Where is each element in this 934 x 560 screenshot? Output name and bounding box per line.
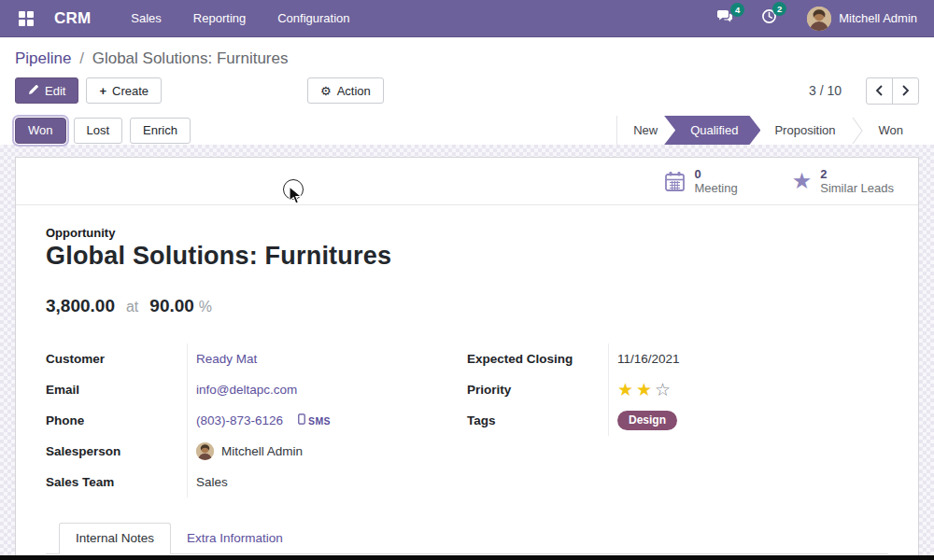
pager-counter: 3 / 10: [809, 83, 842, 98]
customer-value-link[interactable]: Ready Mat: [196, 352, 257, 366]
field-group-right: Expected Closing 11/16/2021 Priority ★ ★…: [467, 343, 888, 497]
form-view-background: 0 Meeting ★ 2 Similar Leads Opportunity …: [0, 145, 934, 560]
create-button-label: Create: [112, 84, 149, 98]
status-row: Won Lost Enrich New Qualified Propositio…: [15, 116, 919, 145]
create-button[interactable]: + Create: [86, 77, 162, 104]
action-button[interactable]: ⚙ Action: [307, 77, 384, 104]
sheet-body: Opportunity Global Solutions: Furnitures…: [16, 205, 918, 554]
pencil-icon: [28, 84, 39, 98]
action-button-label: Action: [337, 84, 371, 98]
breadcrumb-pipeline-link[interactable]: Pipeline: [15, 49, 72, 67]
won-button[interactable]: Won: [15, 118, 66, 144]
priority-stars: ★ ★ ☆: [608, 374, 888, 405]
similar-leads-count: 2: [820, 167, 894, 181]
edit-button[interactable]: Edit: [15, 77, 78, 104]
stat-button-box: 0 Meeting ★ 2 Similar Leads: [16, 158, 918, 205]
expected-closing-value: 11/16/2021: [617, 352, 680, 366]
expected-revenue-row: 3,800.00 at 90.00 %: [46, 296, 888, 316]
meeting-count: 0: [694, 167, 737, 181]
mobile-phone-icon: [298, 413, 305, 427]
expected-revenue-value: 3,800.00: [46, 296, 115, 316]
field-phone: Phone (803)-873-6126 SMS: [46, 405, 467, 436]
user-name[interactable]: Mitchell Admin: [839, 11, 917, 25]
field-expected-closing: Expected Closing 11/16/2021: [467, 343, 888, 374]
priority-star-3-empty-icon[interactable]: ☆: [655, 381, 671, 399]
sales-team-value[interactable]: Sales: [196, 475, 228, 489]
activities-button[interactable]: 2: [761, 8, 777, 28]
lost-button[interactable]: Lost: [74, 118, 123, 144]
meeting-stat-button[interactable]: 0 Meeting: [664, 167, 737, 196]
field-priority: Priority ★ ★ ☆: [467, 374, 888, 405]
breadcrumb: Pipeline / Global Solutions: Furnitures: [15, 45, 919, 73]
at-label: at: [126, 299, 138, 315]
field-salesperson: Salesperson Mitchell Admin: [46, 436, 467, 467]
stage-won[interactable]: Won: [863, 116, 920, 145]
customer-label: Customer: [46, 352, 187, 366]
window-bottom-edge: [0, 555, 934, 560]
priority-label: Priority: [467, 383, 608, 397]
menu-sales[interactable]: Sales: [115, 0, 177, 37]
tab-extra-information[interactable]: Extra Information: [171, 524, 299, 553]
stage-new[interactable]: New: [617, 116, 673, 145]
salesperson-label: Salesperson: [46, 444, 187, 458]
sales-team-label: Sales Team: [46, 475, 187, 489]
priority-star-2-filled-icon[interactable]: ★: [636, 381, 652, 399]
salesperson-value[interactable]: Mitchell Admin: [221, 444, 303, 458]
field-customer: Customer Ready Mat: [46, 343, 467, 374]
email-label: Email: [46, 383, 187, 397]
calendar-icon: [664, 171, 686, 192]
record-title: Global Solutions: Furnitures: [46, 242, 888, 271]
top-navbar: CRM Sales Reporting Configuration 4 2 Mi…: [0, 0, 934, 37]
menu-reporting[interactable]: Reporting: [177, 0, 262, 37]
phone-value-link[interactable]: (803)-873-6126: [196, 413, 283, 427]
enrich-button[interactable]: Enrich: [130, 118, 191, 144]
meeting-label: Meeting: [694, 181, 737, 195]
user-avatar[interactable]: [807, 7, 831, 31]
field-email: Email info@deltapc.com: [46, 374, 467, 405]
expected-closing-label: Expected Closing: [467, 352, 608, 366]
phone-label: Phone: [46, 413, 187, 427]
priority-star-1-filled-icon[interactable]: ★: [617, 381, 633, 399]
tag-design[interactable]: Design: [617, 411, 677, 430]
pager: 3 / 10: [809, 77, 919, 105]
notebook-tabs: Internal Notes Extra Information: [46, 523, 888, 554]
stage-qualified[interactable]: Qualified: [664, 116, 760, 145]
app-brand[interactable]: CRM: [54, 9, 91, 28]
button-row: Edit + Create ⚙ Action 3 / 10: [15, 77, 919, 104]
field-sales-team: Sales Team Sales: [46, 467, 467, 497]
stage-proposition[interactable]: Proposition: [758, 116, 851, 145]
field-tags: Tags Design: [467, 405, 888, 436]
pager-previous-button[interactable]: [866, 77, 893, 105]
messages-badge: 4: [730, 3, 744, 17]
percent-sign: %: [199, 299, 212, 315]
record-type-label: Opportunity: [46, 226, 888, 240]
stage-separator-chevron: [852, 116, 863, 145]
field-grid: Customer Ready Mat Email info@deltapc.co…: [46, 343, 888, 497]
tab-internal-notes[interactable]: Internal Notes: [59, 523, 171, 554]
messages-button[interactable]: 4: [716, 9, 735, 28]
activities-badge: 2: [772, 2, 786, 16]
gear-icon: ⚙: [320, 85, 332, 97]
salesperson-avatar: [196, 442, 214, 460]
similar-leads-stat-button[interactable]: ★ 2 Similar Leads: [792, 167, 894, 196]
breadcrumb-separator: /: [79, 49, 84, 67]
tags-label: Tags: [467, 413, 608, 427]
menu-configuration[interactable]: Configuration: [262, 0, 365, 37]
plus-icon: +: [99, 84, 106, 98]
apps-menu-icon[interactable]: [19, 11, 34, 26]
star-icon: ★: [792, 170, 813, 192]
sms-label: SMS: [308, 415, 331, 427]
stage-statusbar: New Qualified Proposition Won: [616, 116, 919, 145]
breadcrumb-current: Global Solutions: Furnitures: [92, 49, 289, 67]
probability-value: 90.00: [149, 296, 194, 316]
edit-button-label: Edit: [45, 84, 65, 98]
send-sms-button[interactable]: SMS: [298, 413, 331, 427]
similar-leads-label: Similar Leads: [820, 181, 894, 195]
pager-next-button[interactable]: [892, 77, 919, 105]
field-group-left: Customer Ready Mat Email info@deltapc.co…: [46, 343, 467, 497]
record-sheet: 0 Meeting ★ 2 Similar Leads Opportunity …: [15, 157, 919, 560]
control-panel: Pipeline / Global Solutions: Furnitures …: [0, 37, 934, 145]
email-value-link[interactable]: info@deltapc.com: [196, 383, 297, 397]
